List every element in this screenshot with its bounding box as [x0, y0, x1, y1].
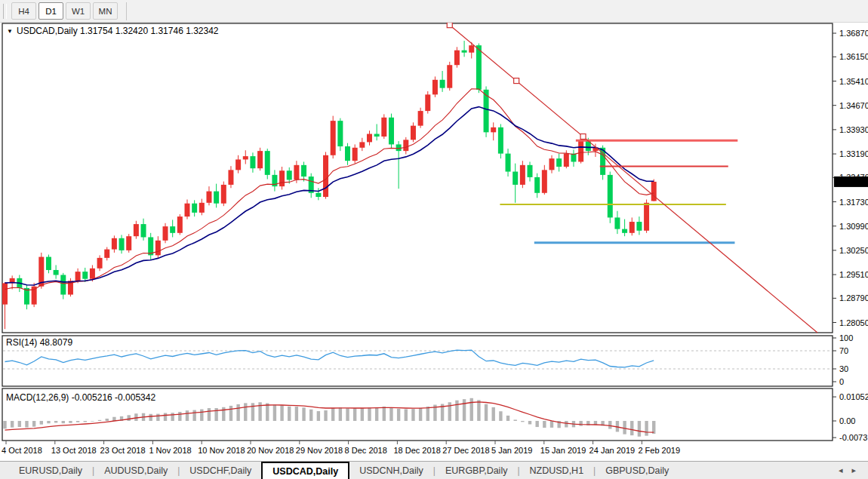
svg-text:24 Jan 2019: 24 Jan 2019: [589, 446, 636, 455]
svg-text:27 Dec 2018: 27 Dec 2018: [442, 446, 489, 455]
trendline-handle[interactable]: [447, 23, 452, 28]
svg-text:-0.0073: -0.0073: [839, 433, 867, 442]
drawn-objects[interactable]: [447, 23, 817, 333]
svg-text:1.28050: 1.28050: [839, 318, 868, 327]
panel-frames: [2, 23, 833, 441]
chart-ohlc-title: USDCAD,Daily 1.31754 1.32420 1.31746 1.3…: [17, 26, 219, 36]
tab-eurgbp-daily[interactable]: EURGBP,Daily: [436, 462, 517, 479]
symbol-tabbar: EURUSD,Daily|AUDUSD,Daily|USDCHF,DailyUS…: [0, 461, 868, 479]
svg-text:1.35410: 1.35410: [839, 77, 868, 86]
svg-text:18 Dec 2018: 18 Dec 2018: [393, 446, 440, 455]
macd-label: MACD(12,26,9) -0.005216 -0.005342: [6, 392, 155, 403]
trendline[interactable]: [450, 25, 817, 333]
svg-text:20 Nov 2018: 20 Nov 2018: [247, 446, 294, 455]
svg-text:1.33930: 1.33930: [839, 125, 868, 134]
tab-audusd-daily[interactable]: AUDUSD,Daily: [94, 462, 177, 479]
svg-text:1.34670: 1.34670: [839, 101, 868, 110]
rsi-label: RSI(14) 48.8079: [6, 337, 72, 348]
timeframe-h4-button[interactable]: H4: [11, 2, 36, 20]
trendline-handle[interactable]: [514, 78, 519, 84]
svg-text:8 Dec 2018: 8 Dec 2018: [345, 446, 387, 455]
svg-text:1.30990: 1.30990: [839, 222, 868, 231]
svg-text:30: 30: [839, 364, 848, 373]
timeframe-toolbar: H4 D1 W1 MN: [0, 0, 868, 23]
svg-text:13 Oct 2018: 13 Oct 2018: [51, 446, 97, 455]
mt4-window: H4 D1 W1 MN 1.368701.361501.354101.34670…: [0, 0, 868, 479]
trendline-handle[interactable]: [580, 134, 586, 140]
svg-text:4 Oct 2018: 4 Oct 2018: [2, 446, 42, 455]
toolbar-separator: [126, 2, 127, 20]
svg-text:1.31730: 1.31730: [839, 198, 868, 207]
tab-usdcnh-daily[interactable]: USDCNH,Daily: [349, 462, 433, 479]
price-axis: 1.368701.361501.354101.346701.339301.331…: [833, 29, 868, 327]
tab-scroll-left-icon[interactable]: ◂: [834, 465, 848, 475]
svg-text:0.00: 0.00: [839, 416, 855, 425]
date-axis: 4 Oct 201813 Oct 201823 Oct 20181 Nov 20…: [2, 441, 680, 455]
current-price-tag: 1.32342: [837, 177, 867, 186]
svg-text:70: 70: [839, 346, 848, 355]
svg-text:23 Oct 2018: 23 Oct 2018: [100, 446, 146, 455]
timeframe-mn-button[interactable]: MN: [93, 2, 118, 20]
tab-usdcad-daily[interactable]: USDCAD,Daily: [261, 462, 349, 479]
svg-text:10 Nov 2018: 10 Nov 2018: [198, 446, 245, 455]
svg-text:5 Jan 2019: 5 Jan 2019: [491, 446, 532, 455]
svg-text:1.36870: 1.36870: [839, 29, 868, 38]
svg-text:1.36150: 1.36150: [839, 52, 868, 61]
svg-text:15 Jan 2019: 15 Jan 2019: [540, 446, 586, 455]
svg-text:0.010525: 0.010525: [839, 392, 868, 401]
svg-text:1.28790: 1.28790: [839, 293, 868, 302]
chart-canvas[interactable]: 1.368701.361501.354101.346701.339301.331…: [0, 0, 868, 479]
tab-gbpusd-daily[interactable]: GBPUSD,Daily: [596, 462, 679, 479]
svg-text:1.33190: 1.33190: [839, 149, 868, 158]
svg-text:1.29510: 1.29510: [839, 270, 868, 279]
tab-scroll-arrows: ◂ ▸: [834, 462, 868, 479]
symbol-dropdown-icon[interactable]: ▼: [7, 28, 13, 35]
svg-text:2 Feb 2019: 2 Feb 2019: [638, 446, 680, 455]
svg-text:1.30250: 1.30250: [839, 246, 868, 255]
tab-eurusd-daily[interactable]: EURUSD,Daily: [9, 462, 92, 479]
svg-text:0: 0: [839, 377, 844, 386]
timeframe-w1-button[interactable]: W1: [66, 2, 91, 20]
svg-text:29 Nov 2018: 29 Nov 2018: [296, 446, 343, 455]
tab-nzdusd-h1[interactable]: NZDUSD,H1: [520, 462, 594, 479]
timeframe-d1-button[interactable]: D1: [38, 2, 63, 20]
tab-usdchf-daily[interactable]: USDCHF,Daily: [180, 462, 261, 479]
rsi-panel: 10070300: [3, 333, 853, 386]
svg-text:1 Nov 2018: 1 Nov 2018: [149, 446, 191, 455]
tab-scroll-right-icon[interactable]: ▸: [847, 465, 860, 475]
toolbar-grip-icon[interactable]: [3, 4, 7, 19]
svg-text:100: 100: [839, 333, 853, 342]
